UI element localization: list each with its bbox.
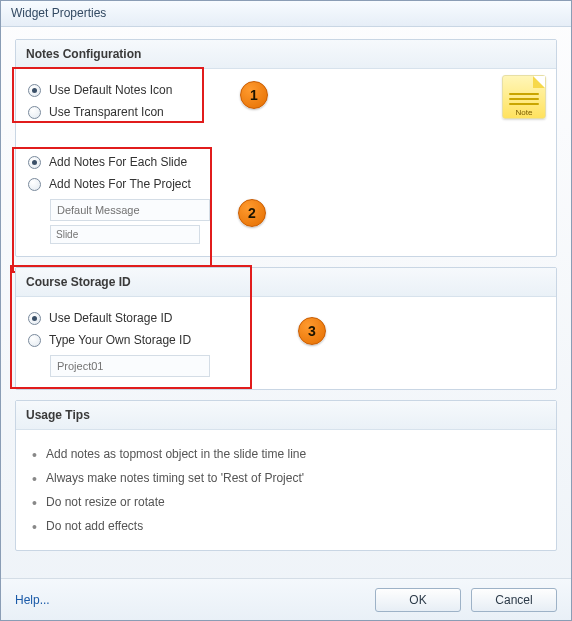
- radio-indicator: [28, 178, 41, 191]
- window-body: Notes Configuration Note Use Default Not…: [1, 27, 571, 578]
- radio-indicator: [28, 156, 41, 169]
- radio-label: Add Notes For The Project: [49, 177, 191, 191]
- usage-body: Add notes as topmost object in the slide…: [16, 430, 556, 550]
- slide-input[interactable]: [50, 225, 200, 244]
- radio-indicator: [28, 334, 41, 347]
- cancel-button[interactable]: Cancel: [471, 588, 557, 612]
- usage-tip: Do not add effects: [32, 514, 544, 538]
- storage-id-input[interactable]: [50, 355, 210, 377]
- usage-tips-list: Add notes as topmost object in the slide…: [28, 442, 544, 538]
- radio-indicator: [28, 106, 41, 119]
- radio-transparent-icon[interactable]: Use Transparent Icon: [28, 101, 544, 123]
- storage-body: Use Default Storage ID Type Your Own Sto…: [16, 297, 556, 389]
- radio-indicator: [28, 84, 41, 97]
- ok-button[interactable]: OK: [375, 588, 461, 612]
- window-title: Widget Properties: [11, 6, 106, 20]
- usage-tip: Add notes as topmost object in the slide…: [32, 442, 544, 466]
- usage-header: Usage Tips: [16, 401, 556, 430]
- radio-label: Use Transparent Icon: [49, 105, 164, 119]
- widget-properties-window: Widget Properties Notes Configuration No…: [0, 0, 572, 621]
- radio-each-slide[interactable]: Add Notes For Each Slide: [28, 151, 544, 173]
- notes-config-panel: Notes Configuration Note Use Default Not…: [15, 39, 557, 257]
- radio-own-storage[interactable]: Type Your Own Storage ID: [28, 329, 544, 351]
- default-message-input[interactable]: [50, 199, 210, 221]
- usage-tip: Do not resize or rotate: [32, 490, 544, 514]
- radio-default-storage[interactable]: Use Default Storage ID: [28, 307, 544, 329]
- note-icon-label: Note: [503, 108, 545, 117]
- notes-config-header: Notes Configuration: [16, 40, 556, 69]
- usage-panel: Usage Tips Add notes as topmost object i…: [15, 400, 557, 551]
- radio-label: Use Default Storage ID: [49, 311, 172, 325]
- radio-default-notes-icon[interactable]: Use Default Notes Icon: [28, 79, 544, 101]
- radio-label: Add Notes For Each Slide: [49, 155, 187, 169]
- usage-tip: Always make notes timing set to 'Rest of…: [32, 466, 544, 490]
- dialog-footer: Help... OK Cancel: [1, 578, 571, 620]
- note-icon: Note: [502, 75, 546, 119]
- radio-label: Type Your Own Storage ID: [49, 333, 191, 347]
- storage-header: Course Storage ID: [16, 268, 556, 297]
- radio-project[interactable]: Add Notes For The Project: [28, 173, 544, 195]
- storage-panel: Course Storage ID Use Default Storage ID…: [15, 267, 557, 390]
- radio-label: Use Default Notes Icon: [49, 83, 172, 97]
- help-link[interactable]: Help...: [15, 593, 50, 607]
- radio-indicator: [28, 312, 41, 325]
- window-titlebar: Widget Properties: [1, 1, 571, 27]
- notes-config-body: Note Use Default Notes Icon Use Transpar…: [16, 69, 556, 256]
